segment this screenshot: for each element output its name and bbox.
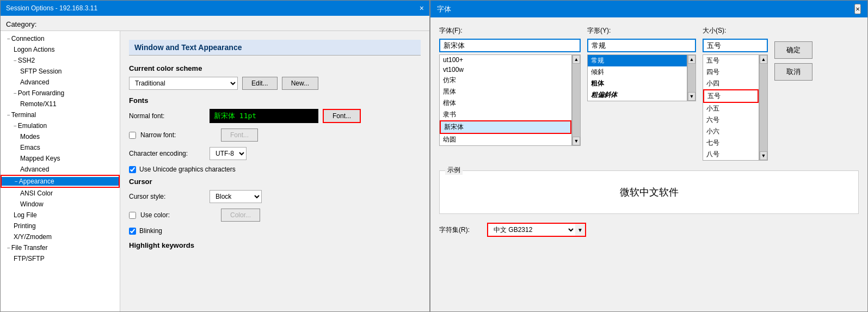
ok-cancel-column: 确定 取消 bbox=[774, 26, 812, 81]
font-style-input[interactable] bbox=[587, 39, 696, 52]
tree-label-file-transfer: File Transfer bbox=[11, 244, 48, 252]
charset-select-wrapper: 中文 GB2312 西方 Unicode ▼ bbox=[487, 223, 586, 237]
font-style-bold[interactable]: 粗体 bbox=[588, 78, 687, 89]
font-name-scrollbar[interactable]: ▲ ▼ bbox=[572, 54, 581, 146]
tree-item-printing[interactable]: Printing bbox=[1, 221, 120, 231]
session-options-close-button[interactable]: × bbox=[420, 4, 424, 13]
tree-item-advanced-conn[interactable]: Advanced bbox=[1, 77, 120, 88]
font-style-scroll-up[interactable]: ▲ bbox=[688, 55, 695, 64]
tree-label-emulation: Emulation bbox=[18, 122, 47, 130]
charset-select[interactable]: 中文 GB2312 西方 Unicode bbox=[488, 224, 575, 236]
font-name-label: 字体(F): bbox=[439, 26, 581, 35]
tree-item-log-file[interactable]: Log File bbox=[1, 210, 120, 221]
tree-label-printing: Printing bbox=[14, 222, 36, 230]
blinking-label: Blinking bbox=[139, 227, 162, 235]
tree-item-emacs[interactable]: Emacs bbox=[1, 142, 120, 153]
font-size-sihao[interactable]: 四号 bbox=[703, 66, 759, 78]
font-list-item-xinsongti[interactable]: 新宋体 bbox=[440, 120, 571, 134]
tree-item-xy-zmodem[interactable]: X/Y/Zmodem bbox=[1, 231, 120, 242]
tree-item-port-forwarding[interactable]: − Port Forwarding bbox=[1, 88, 120, 99]
tree-label-log-file: Log File bbox=[14, 211, 37, 219]
font-size-listbox[interactable]: 五号 四号 小四 五号 小五 六号 小六 七号 八号 bbox=[703, 54, 759, 161]
expand-icon-emulation: − bbox=[14, 123, 17, 129]
tree-item-ssh2[interactable]: − SSH2 bbox=[1, 55, 120, 66]
font-name-input[interactable] bbox=[439, 39, 581, 52]
font-style-scroll-down[interactable]: ▼ bbox=[688, 92, 695, 101]
tree-item-window[interactable]: Window bbox=[1, 199, 120, 210]
highlight-label: Highlight keywords bbox=[129, 241, 421, 249]
font-size-bahao[interactable]: 八号 bbox=[703, 149, 759, 160]
font-name-scroll-down[interactable]: ▼ bbox=[572, 137, 580, 145]
normal-font-button[interactable]: Font... bbox=[323, 109, 361, 123]
font-size-scrollbar[interactable]: ▲ ▼ bbox=[759, 54, 768, 161]
color-scheme-select[interactable]: Traditional Default Custom bbox=[129, 77, 238, 90]
font-list-item-youyuan[interactable]: 幼圆 bbox=[440, 134, 571, 145]
tree-item-mapped-keys[interactable]: Mapped Keys bbox=[1, 153, 120, 164]
cursor-style-row: Cursor style: Block Underline Vertical B… bbox=[129, 190, 421, 203]
new-color-scheme-button[interactable]: New... bbox=[282, 77, 318, 90]
font-size-wuhao-1[interactable]: 五号 bbox=[703, 55, 759, 66]
narrow-font-button[interactable]: Font... bbox=[221, 129, 258, 142]
font-size-xiaoliu[interactable]: 小六 bbox=[703, 126, 759, 137]
expand-icon-appearance: − bbox=[15, 179, 18, 185]
cursor-style-label: Cursor style: bbox=[129, 193, 205, 200]
category-tree: − Connection Logon Actions − SSH2 SFTP S… bbox=[1, 31, 120, 311]
font-style-scrollbar[interactable]: ▲ ▼ bbox=[687, 54, 696, 101]
font-dialog-title: 字体 bbox=[437, 4, 451, 14]
char-encoding-select[interactable]: UTF-8 GBK bbox=[210, 147, 247, 160]
font-list-item-fangcao[interactable]: 仿宋 bbox=[440, 75, 571, 86]
tree-label-modes: Modes bbox=[20, 133, 40, 140]
tree-item-modes[interactable]: Modes bbox=[1, 131, 120, 142]
font-list-item-kaiti[interactable]: 楷体 bbox=[440, 97, 571, 109]
ok-button[interactable]: 确定 bbox=[774, 41, 812, 59]
font-list-item-lishu[interactable]: 隶书 bbox=[440, 109, 571, 120]
tree-label-xy-zmodem: X/Y/Zmodem bbox=[14, 233, 52, 241]
tree-item-advanced-term[interactable]: Advanced bbox=[1, 164, 120, 175]
font-size-label: 大小(S): bbox=[703, 26, 768, 35]
tree-item-file-transfer[interactable]: − File Transfer bbox=[1, 242, 120, 253]
font-style-label: 字形(Y): bbox=[587, 26, 696, 35]
font-style-italic[interactable]: 倾斜 bbox=[588, 66, 687, 78]
tree-item-connection[interactable]: − Connection bbox=[1, 33, 120, 44]
font-size-wuhao-2[interactable]: 五号 bbox=[703, 89, 759, 103]
font-style-listbox[interactable]: 常规 倾斜 粗体 粗偏斜体 bbox=[587, 54, 687, 101]
use-color-checkbox[interactable] bbox=[129, 212, 136, 219]
expand-icon-file-transfer: − bbox=[7, 245, 10, 251]
font-name-listbox[interactable]: ut100+ vt100w 仿宋 黑体 楷体 隶书 新宋体 幼圆 bbox=[439, 54, 572, 146]
tree-item-remote-x11[interactable]: Remote/X11 bbox=[1, 99, 120, 109]
session-options-titlebar: Session Options - 192.168.3.11 × bbox=[1, 1, 429, 16]
font-style-bold-italic[interactable]: 粗偏斜体 bbox=[588, 89, 687, 101]
tree-item-logon-actions[interactable]: Logon Actions bbox=[1, 44, 120, 55]
tree-item-ansi-color[interactable]: ANSI Color bbox=[1, 188, 120, 199]
font-size-qihao[interactable]: 七号 bbox=[703, 137, 759, 149]
tree-item-terminal[interactable]: − Terminal bbox=[1, 109, 120, 120]
font-style-regular[interactable]: 常规 bbox=[588, 55, 687, 66]
unicode-checkbox[interactable] bbox=[129, 166, 136, 173]
cursor-style-select[interactable]: Block Underline Vertical Bar bbox=[210, 190, 262, 203]
font-dialog-close-button[interactable]: × bbox=[854, 4, 861, 14]
edit-color-scheme-button[interactable]: Edit... bbox=[242, 77, 278, 90]
font-size-scroll-up[interactable]: ▲ bbox=[760, 55, 767, 64]
tree-item-sftp[interactable]: SFTP Session bbox=[1, 66, 120, 77]
font-style-column: 字形(Y): 常规 倾斜 粗体 粗偏斜体 ▲ ▼ bbox=[587, 26, 696, 101]
font-size-input[interactable] bbox=[703, 39, 768, 52]
tree-item-emulation[interactable]: − Emulation bbox=[1, 120, 120, 131]
session-options-window: Session Options - 192.168.3.11 × Categor… bbox=[0, 0, 430, 312]
tree-item-appearance[interactable]: − Appearance bbox=[1, 175, 120, 188]
font-size-xiaosi[interactable]: 小四 bbox=[703, 78, 759, 89]
narrow-font-checkbox[interactable] bbox=[129, 132, 136, 139]
char-encoding-label: Character encoding: bbox=[129, 150, 205, 157]
expand-icon-connection: − bbox=[7, 36, 10, 42]
font-list-item-heiti[interactable]: 黑体 bbox=[440, 86, 571, 97]
tree-item-ftp-sftp[interactable]: FTP/SFTP bbox=[1, 253, 120, 264]
color-button[interactable]: Color... bbox=[221, 209, 260, 222]
font-dialog-body: 字体(F): ut100+ vt100w 仿宋 黑体 楷体 隶书 新宋体 幼圆 … bbox=[430, 17, 867, 311]
font-list-item-ut100[interactable]: ut100+ bbox=[440, 55, 571, 65]
font-size-liuhao[interactable]: 六号 bbox=[703, 114, 759, 126]
blinking-checkbox[interactable] bbox=[129, 228, 136, 235]
cancel-button[interactable]: 取消 bbox=[774, 63, 812, 81]
font-list-item-vt100w[interactable]: vt100w bbox=[440, 65, 571, 75]
font-name-scroll-up[interactable]: ▲ bbox=[572, 55, 580, 64]
font-size-scroll-down[interactable]: ▼ bbox=[760, 151, 767, 160]
font-size-xiaowu[interactable]: 小五 bbox=[703, 103, 759, 114]
